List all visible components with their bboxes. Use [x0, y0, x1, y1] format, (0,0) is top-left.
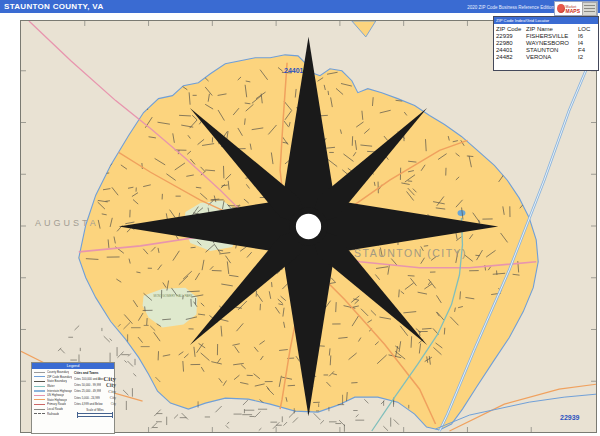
- globe-logo-icon: [557, 4, 565, 13]
- page-title: STAUNTON COUNTY, VA: [4, 2, 103, 11]
- publisher-logo: Market MAPS: [554, 1, 598, 16]
- edition-label: 2020 ZIP Code Business Reference Edition: [467, 5, 554, 10]
- map-sheet: STAUNTON COUNTY, VA 2020 ZIP Code Busine…: [0, 0, 600, 436]
- compass-rose-icon: [21, 21, 596, 432]
- title-bar: STAUNTON COUNTY, VA 2020 ZIP Code Busine…: [0, 0, 600, 13]
- logo-brand-bottom: MAPS: [566, 9, 580, 13]
- logo-fine-print: [582, 2, 597, 16]
- map-canvas: AUGUSTA STAUNTON (CITY) 24401 24482 2293…: [20, 20, 597, 433]
